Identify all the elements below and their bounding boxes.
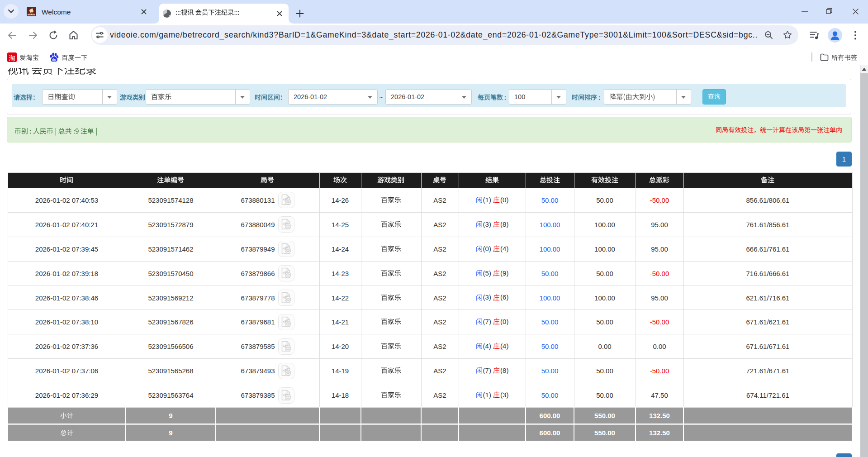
- svg-text:du: du: [52, 57, 57, 62]
